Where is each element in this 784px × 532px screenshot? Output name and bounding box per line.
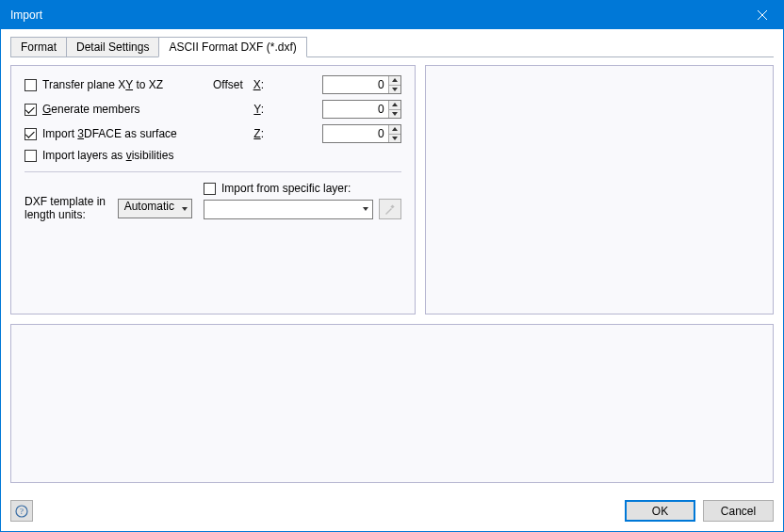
svg-rect-2 <box>390 204 394 208</box>
close-button[interactable] <box>741 1 783 29</box>
chevron-up-icon <box>392 103 398 106</box>
import-dialog: Import Format Detail Settings ASCII Form… <box>0 0 784 532</box>
cancel-button[interactable]: Cancel <box>703 500 774 522</box>
tab-format[interactable]: Format <box>10 37 67 56</box>
tab-detail-settings[interactable]: Detail Settings <box>66 37 159 56</box>
spin-up[interactable] <box>389 76 400 86</box>
upper-panels: Transfer plane XY to XZ Offset X: <box>10 65 774 314</box>
checkbox-import-specific-layer[interactable]: Import from specific layer: <box>204 182 401 195</box>
layer-select[interactable] <box>204 200 373 219</box>
checkbox-box <box>24 150 37 162</box>
separator <box>24 171 401 172</box>
spin-down[interactable] <box>389 86 400 94</box>
axis-x-label: X: <box>251 78 268 91</box>
pick-layer-button[interactable] <box>379 199 401 219</box>
offset-y-input[interactable] <box>322 100 401 119</box>
offset-y-field[interactable] <box>323 101 388 118</box>
close-icon <box>758 10 767 20</box>
tab-body: Transfer plane XY to XZ Offset X: <box>10 56 774 483</box>
axis-y-label: Y: <box>251 103 268 116</box>
checkbox-transfer-plane[interactable]: Transfer plane XY to XZ <box>24 78 213 91</box>
content-area: Format Detail Settings ASCII Format DXF … <box>1 29 783 492</box>
checkbox-label: Generate members <box>42 103 139 116</box>
ok-button[interactable]: OK <box>625 500 695 522</box>
help-icon: ? <box>15 505 28 518</box>
log-panel <box>10 324 774 483</box>
chevron-down-icon <box>392 137 398 140</box>
spin-down[interactable] <box>389 135 400 143</box>
eyedropper-icon <box>384 202 397 216</box>
checkbox-label: Import layers as visibilities <box>42 149 173 162</box>
checkbox-box <box>24 104 37 116</box>
checkbox-box <box>24 128 37 140</box>
checkbox-import-3dface[interactable]: Import 3DFACE as surface <box>24 127 213 140</box>
checkbox-box <box>204 183 216 195</box>
tab-ascii-dxf[interactable]: ASCII Format DXF (*.dxf) <box>158 37 306 57</box>
checkbox-import-layers-visibilities[interactable]: Import layers as visibilities <box>24 149 213 162</box>
checkbox-generate-members[interactable]: Generate members <box>24 103 213 116</box>
checkbox-label: Import from specific layer: <box>221 182 351 195</box>
titlebar: Import <box>1 1 783 29</box>
svg-text:?: ? <box>20 507 24 516</box>
chevron-up-icon <box>392 78 398 82</box>
offset-x-field[interactable] <box>323 76 388 93</box>
offset-z-field[interactable] <box>323 125 388 142</box>
window-title: Import <box>10 8 42 22</box>
offset-label: Offset <box>213 78 251 91</box>
chevron-down-icon <box>392 112 398 116</box>
chevron-up-icon <box>392 127 398 131</box>
template-units-select[interactable]: Automatic <box>118 199 192 218</box>
spin-up[interactable] <box>389 101 400 110</box>
checkbox-label: Transfer plane XY to XZ <box>42 78 163 91</box>
axis-z-label: Z: <box>251 127 268 140</box>
chevron-down-icon <box>392 88 398 91</box>
spin-up[interactable] <box>389 125 400 135</box>
offset-z-input[interactable] <box>322 124 401 143</box>
spin-down[interactable] <box>389 110 400 119</box>
chevron-down-icon <box>363 207 368 211</box>
dialog-footer: ? OK Cancel <box>1 492 783 531</box>
preview-panel <box>425 65 774 314</box>
template-units-label: DXF template in length units: <box>24 182 106 221</box>
checkbox-label: Import 3DFACE as surface <box>42 127 177 140</box>
help-button[interactable]: ? <box>10 500 33 522</box>
tab-strip: Format Detail Settings ASCII Format DXF … <box>10 37 774 56</box>
checkbox-box <box>24 79 37 91</box>
options-panel: Transfer plane XY to XZ Offset X: <box>10 65 416 314</box>
offset-x-input[interactable] <box>322 75 401 94</box>
